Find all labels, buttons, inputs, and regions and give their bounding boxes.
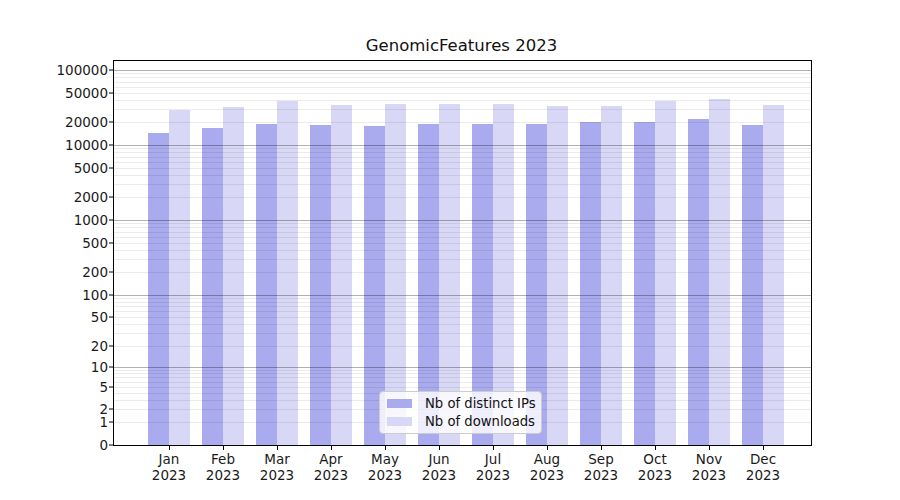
gridline xyxy=(114,317,811,318)
x-tick-mark xyxy=(385,445,386,450)
legend-swatch-distinct-ips xyxy=(387,399,412,408)
gridline xyxy=(114,227,811,228)
chart-title: GenomicFeatures 2023 xyxy=(113,36,810,55)
y-tick-mark xyxy=(109,144,114,145)
plot-area: 1000005000020000100005000200010005002001… xyxy=(113,60,812,446)
x-tick-label-month: Dec xyxy=(735,451,791,467)
y-tick-label: 10 xyxy=(42,359,108,375)
gridline xyxy=(114,73,811,74)
gridline xyxy=(114,77,811,78)
gridline xyxy=(114,377,811,378)
gridline xyxy=(114,93,811,94)
x-tick-label-month: Jun xyxy=(411,451,467,467)
gridline xyxy=(114,259,811,260)
x-tick-mark xyxy=(169,445,170,450)
legend-item-downloads: Nb of downloads xyxy=(380,414,541,429)
y-tick-mark xyxy=(109,242,114,243)
x-tick-label-year: 2023 xyxy=(681,467,737,483)
y-tick-mark xyxy=(109,445,114,446)
x-tick-label-month: Feb xyxy=(195,451,251,467)
gridline xyxy=(114,373,811,374)
gridline xyxy=(114,306,811,307)
x-tick-label-month: Aug xyxy=(519,451,575,467)
gridline xyxy=(114,109,811,110)
gridline xyxy=(114,243,811,244)
gridline xyxy=(114,324,811,325)
gridline xyxy=(114,311,811,312)
legend: Nb of distinct IPs Nb of downloads xyxy=(379,391,542,434)
gridline xyxy=(114,87,811,88)
x-tick-label-year: 2023 xyxy=(411,467,467,483)
x-tick-mark xyxy=(655,445,656,450)
x-tick-label-year: 2023 xyxy=(357,467,413,483)
y-tick-mark xyxy=(109,167,114,168)
y-tick-mark xyxy=(109,122,114,123)
x-tick-label-year: 2023 xyxy=(627,467,683,483)
x-tick-mark xyxy=(547,445,548,450)
gridline xyxy=(114,346,811,347)
x-tick-mark xyxy=(331,445,332,450)
legend-label-distinct-ips: Nb of distinct IPs xyxy=(425,396,536,411)
legend-item-distinct-ips: Nb of distinct IPs xyxy=(380,396,541,411)
gridline xyxy=(114,302,811,303)
gridline xyxy=(114,157,811,158)
gridline xyxy=(114,370,811,371)
y-tick-label: 1000 xyxy=(42,212,108,228)
bar-dec-distinct-ips xyxy=(742,125,763,445)
y-tick-mark xyxy=(109,409,114,410)
gridline xyxy=(114,145,811,146)
y-tick-mark xyxy=(109,386,114,387)
gridline xyxy=(114,168,811,169)
x-tick-label-month: Nov xyxy=(681,451,737,467)
gridline xyxy=(114,100,811,101)
y-tick-mark xyxy=(109,345,114,346)
x-tick-label-year: 2023 xyxy=(303,467,359,483)
x-tick-label-month: Apr xyxy=(303,451,359,467)
y-tick-mark xyxy=(109,92,114,93)
x-tick-mark xyxy=(601,445,602,450)
gridline xyxy=(114,122,811,123)
y-tick-label: 200 xyxy=(42,264,108,280)
bar-oct-distinct-ips xyxy=(634,122,655,445)
y-tick-label: 5 xyxy=(42,379,108,395)
figure: GenomicFeatures 2023 1000005000020000100… xyxy=(0,0,900,500)
gridline xyxy=(114,184,811,185)
bar-jan-distinct-ips xyxy=(148,133,169,445)
x-tick-label-month: May xyxy=(357,451,413,467)
gridline xyxy=(114,382,811,383)
gridline xyxy=(114,152,811,153)
x-tick-label-year: 2023 xyxy=(573,467,629,483)
x-tick-mark xyxy=(709,445,710,450)
x-tick-label-year: 2023 xyxy=(735,467,791,483)
y-tick-label: 2000 xyxy=(42,189,108,205)
gridline xyxy=(114,82,811,83)
y-tick-label: 50000 xyxy=(42,85,108,101)
gridline xyxy=(114,237,811,238)
gridline xyxy=(114,175,811,176)
x-tick-label-year: 2023 xyxy=(249,467,305,483)
gridline xyxy=(114,220,811,221)
y-tick-label: 500 xyxy=(42,235,108,251)
gridline xyxy=(114,162,811,163)
gridline xyxy=(114,272,811,273)
gridline xyxy=(114,298,811,299)
x-tick-label-year: 2023 xyxy=(465,467,521,483)
legend-swatch-downloads xyxy=(387,417,412,426)
bar-sep-distinct-ips xyxy=(580,122,601,445)
y-tick-mark xyxy=(109,316,114,317)
y-tick-mark xyxy=(109,69,114,70)
y-tick-label: 20 xyxy=(42,338,108,354)
gridline xyxy=(114,197,811,198)
y-tick-label: 100 xyxy=(42,287,108,303)
gridline xyxy=(114,70,811,71)
x-tick-label-year: 2023 xyxy=(141,467,197,483)
gridline xyxy=(114,387,811,388)
x-tick-label-month: Jul xyxy=(465,451,521,467)
gridline xyxy=(114,223,811,224)
bar-mar-distinct-ips xyxy=(256,124,277,445)
y-tick-mark xyxy=(109,272,114,273)
y-tick-label: 5000 xyxy=(42,160,108,176)
x-tick-mark xyxy=(223,445,224,450)
x-tick-label-month: Sep xyxy=(573,451,629,467)
y-tick-label: 1 xyxy=(42,414,108,430)
